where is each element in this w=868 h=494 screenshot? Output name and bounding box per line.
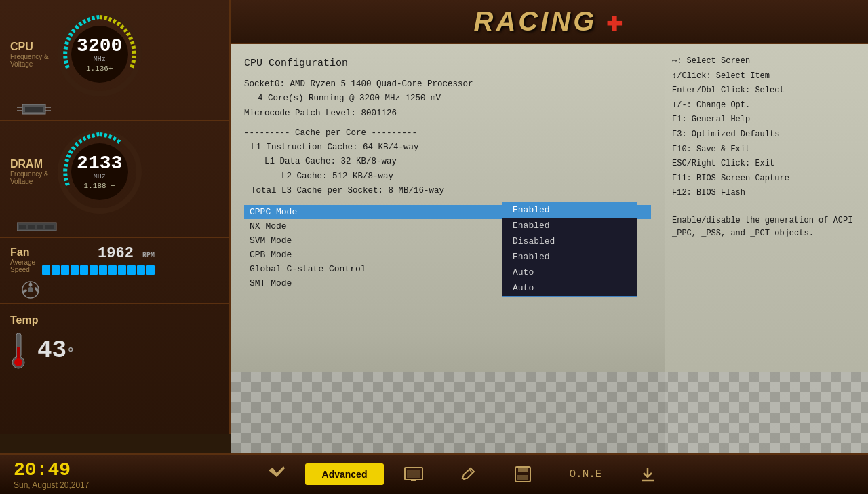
fan-icon bbox=[17, 280, 44, 300]
sidebar-divider-1 bbox=[0, 120, 229, 121]
dropdown-item-auto-1[interactable]: Auto bbox=[502, 265, 637, 280]
dram-gauge-value: 2133 MHz 1.188 + bbox=[77, 154, 122, 190]
svg-rect-12 bbox=[28, 225, 35, 229]
taskbar-tabs: Advanced O.N.E bbox=[122, 459, 800, 489]
taskbar-date: Sun, August 20,2017 bbox=[14, 480, 122, 490]
fan-rpm-value: 1962 RPM bbox=[42, 245, 155, 262]
download-icon bbox=[639, 466, 656, 483]
tab-advanced[interactable]: Advanced bbox=[305, 463, 384, 485]
fan-speed-display: 1962 RPM bbox=[42, 245, 155, 275]
temp-value: 43° bbox=[37, 337, 75, 364]
cpu-gauge-value: 3200 MHz 1.136+ bbox=[77, 37, 122, 73]
save-icon bbox=[514, 466, 532, 483]
svg-rect-13 bbox=[37, 225, 43, 229]
dram-sublabel: Frequency & Voltage bbox=[10, 170, 49, 185]
dropdown-item-enabled-active[interactable]: Enabled bbox=[502, 202, 637, 218]
svg-rect-3 bbox=[25, 107, 43, 112]
dram-voltage: 1.188 + bbox=[77, 182, 122, 190]
temp-section: Temp 43° bbox=[0, 307, 229, 377]
fan-bar-3 bbox=[61, 265, 69, 275]
dropdown-item-auto-2[interactable]: Auto bbox=[502, 280, 637, 296]
time-date-section: 20:49 Sun, August 20,2017 bbox=[14, 459, 122, 490]
logo: RACING ✚ bbox=[474, 6, 625, 37]
tab-one[interactable]: O.N.E bbox=[552, 463, 618, 486]
fan-sublabel: Average Speed bbox=[10, 259, 35, 273]
dram-unit: MHz bbox=[77, 173, 122, 180]
fan-bar-2 bbox=[52, 265, 60, 275]
logo-plus: ✚ bbox=[606, 14, 625, 35]
menu-items: CPPC Mode NX Mode SVM Mode CPB Mode Glob… bbox=[244, 205, 651, 290]
l1-instruction: L1 Instruction Cache: 64 KB/4-way bbox=[244, 140, 651, 155]
taskbar-time: 20:49 bbox=[14, 459, 122, 480]
tab-advanced-label: Advanced bbox=[322, 469, 368, 480]
cpu-frequency: 3200 bbox=[77, 37, 122, 56]
cache-header: --------- Cache per Core --------- bbox=[244, 126, 651, 140]
checkered-bg bbox=[231, 372, 868, 453]
fan-bar-6 bbox=[90, 265, 98, 275]
logo-text: RACING bbox=[474, 6, 597, 36]
cpu-chip-icon-row bbox=[0, 102, 229, 117]
tab-save[interactable] bbox=[497, 460, 549, 489]
microcode-info: Microcode Patch Level: 8001126 bbox=[244, 107, 651, 121]
svg-rect-14 bbox=[45, 225, 54, 229]
thermometer-icon bbox=[10, 330, 27, 370]
sidebar: CPU Frequency & Voltage 3200 MHz 1.136+ bbox=[0, 0, 231, 434]
config-info: Socket0: AMD Ryzen 5 1400 Quad-Core Proc… bbox=[244, 77, 651, 198]
tab-checkmark[interactable] bbox=[249, 459, 302, 489]
fan-bar-9 bbox=[118, 265, 126, 275]
fan-label: Fan bbox=[10, 246, 35, 259]
help-description: Enable/disable the generation of ACPI _P… bbox=[672, 214, 861, 240]
cpu-info: CPU Frequency & Voltage bbox=[10, 41, 49, 68]
fan-bar-4 bbox=[71, 265, 79, 275]
checkmark-icon bbox=[266, 465, 285, 484]
cpu-chip-icon bbox=[17, 102, 51, 117]
cpu-label: CPU bbox=[10, 41, 49, 53]
taskbar: 20:49 Sun, August 20,2017 Advanced bbox=[0, 453, 868, 494]
shortcuts-text: ↔: Select Screen ↕/Click: Select Item En… bbox=[672, 54, 861, 201]
tab-one-label: O.N.E bbox=[569, 468, 601, 480]
cpu-section: CPU Frequency & Voltage 3200 MHz 1.136+ bbox=[0, 0, 229, 102]
dropdown-item-disabled[interactable]: Disabled bbox=[502, 233, 637, 249]
dropdown-item-enabled-3[interactable]: Enabled bbox=[502, 249, 637, 265]
fan-bar-8 bbox=[108, 265, 117, 275]
dram-chip-icon bbox=[17, 219, 58, 234]
fan-bar-7 bbox=[99, 265, 107, 275]
tab-pencil[interactable] bbox=[443, 461, 494, 488]
tab-download[interactable] bbox=[622, 460, 673, 489]
dropdown-popup: Enabled Enabled Disabled Enabled Auto Au… bbox=[502, 202, 637, 297]
cpu-gauge: 3200 MHz 1.136+ bbox=[56, 10, 144, 98]
svg-rect-26 bbox=[518, 467, 528, 472]
svg-point-20 bbox=[14, 358, 22, 366]
fan-bar-1 bbox=[42, 265, 50, 275]
svg-rect-11 bbox=[19, 225, 26, 229]
config-title: CPU Configuration bbox=[244, 58, 651, 69]
l3-cache: Total L3 Cache per Socket: 8 MB/16-way bbox=[244, 184, 651, 198]
svg-point-16 bbox=[28, 287, 33, 292]
cpu-voltage: 1.136+ bbox=[77, 64, 122, 73]
svg-rect-23 bbox=[411, 480, 416, 481]
dropdown-item-enabled-2[interactable]: Enabled bbox=[502, 218, 637, 233]
dram-section: DRAM Frequency & Voltage 2133 MHz 1.188 … bbox=[0, 124, 229, 219]
header: RACING ✚ bbox=[231, 0, 868, 44]
l2-cache: L2 Cache: 512 KB/8-way bbox=[244, 170, 651, 184]
sidebar-divider-3 bbox=[0, 303, 229, 304]
tab-screen[interactable] bbox=[387, 461, 440, 487]
dram-label: DRAM bbox=[10, 158, 49, 170]
fan-section: Fan Average Speed 1962 RPM bbox=[0, 242, 229, 278]
cpu-unit: MHz bbox=[77, 56, 122, 63]
cores-info: 4 Core(s) Running @ 3200 MHz 1250 mV bbox=[244, 92, 651, 106]
dram-gauge: 2133 MHz 1.188 + bbox=[56, 128, 144, 216]
fan-bar-10 bbox=[127, 265, 136, 275]
fan-info: Fan Average Speed bbox=[10, 246, 35, 273]
dram-info: DRAM Frequency & Voltage bbox=[10, 158, 49, 185]
svg-rect-27 bbox=[517, 475, 528, 480]
pencil-icon bbox=[460, 466, 477, 482]
fan-bar-11 bbox=[137, 265, 145, 275]
svg-rect-22 bbox=[407, 470, 420, 478]
l1-data: L1 Data Cache: 32 KB/8-way bbox=[244, 155, 651, 169]
dram-frequency: 2133 bbox=[77, 154, 122, 173]
screen-icon bbox=[404, 467, 423, 482]
temp-label: Temp bbox=[10, 314, 219, 326]
fan-bars bbox=[42, 265, 155, 275]
fan-bar-12 bbox=[146, 265, 155, 275]
